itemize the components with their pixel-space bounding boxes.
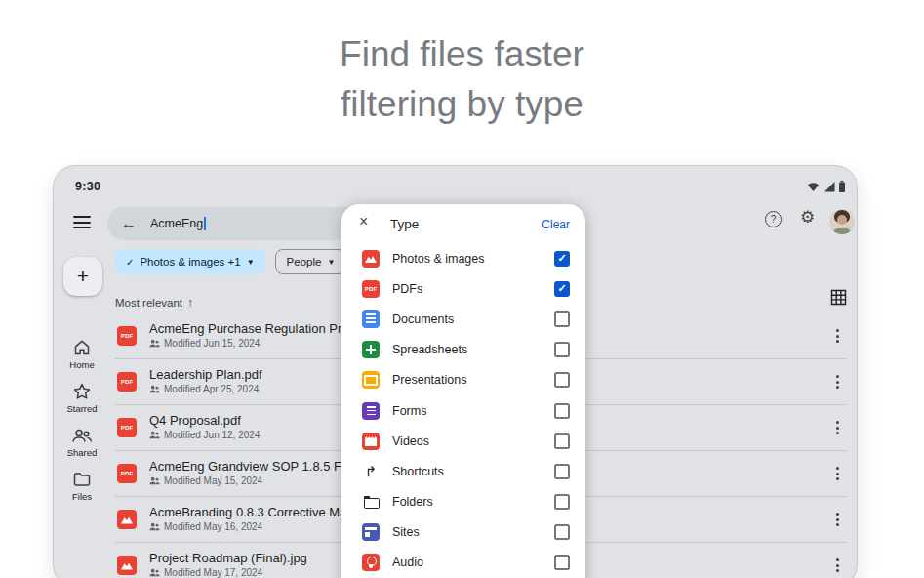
sidebar-item-files[interactable]: Files [60,470,103,514]
filter-panel-header: × Type Clear [341,204,585,245]
filter-option-row[interactable]: Presentations [341,365,585,395]
filter-option-label: Photos & images [392,252,485,266]
chip-label: Photos & images +1 [140,256,240,268]
filter-option-row[interactable]: Audio [341,548,585,578]
clear-button[interactable]: Clear [542,218,570,231]
file-type-icon [117,326,137,346]
sidebar-item-label: Shared [67,447,98,458]
filter-option-row[interactable]: Photos & images [341,243,585,273]
avatar[interactable] [829,209,855,234]
file-meta-text: Modified Apr 25, 2024 [164,384,259,394]
sort-button[interactable]: Most relevant ↑ [115,296,193,310]
grid-view-button[interactable] [830,289,847,310]
more-options-button[interactable] [830,327,844,345]
shared-people-icon [149,339,160,348]
filter-option-label: Audio [392,556,423,569]
back-arrow-icon[interactable]: ← [121,215,137,232]
filter-option-row[interactable]: Documents [341,304,585,334]
file-type-icon [117,418,137,437]
help-icon[interactable]: ? [765,211,782,227]
more-options-button[interactable] [830,373,844,391]
filter-checkbox[interactable] [554,372,570,388]
file-name: Project Roadmap (Final).jpg [149,551,307,565]
filter-option-row[interactable]: Spreadsheets [341,335,585,365]
filter-type-icon [362,250,380,268]
filter-option-label: Spreadsheets [392,343,467,356]
sidebar-item-shared[interactable]: Shared [60,426,103,470]
filter-type-icon [362,280,380,298]
file-meta-text: Modified May 17, 2024 [164,567,262,578]
file-meta-text: Modified May 16, 2024 [164,521,262,532]
filter-option-label: PDFs [392,282,422,296]
filter-option-row[interactable]: Sites [341,517,585,548]
battery-icon [839,181,845,192]
chip-people[interactable]: People ▼ [275,249,347,274]
filter-option-label: Forms [392,404,426,418]
filter-type-icon [362,493,380,511]
file-type-icon [117,510,137,529]
marketing-headline: Find files faster filtering by type [0,29,924,129]
sidebar-item-starred[interactable]: Starred [60,382,103,426]
wifi-icon [807,182,820,192]
filter-checkbox[interactable] [554,311,570,327]
filter-checkbox[interactable] [554,251,570,267]
sidebar-item-home[interactable]: Home [60,338,103,382]
shared-people-icon [149,431,160,439]
home-icon [72,338,92,357]
folder-icon [72,470,92,489]
more-options-button[interactable] [830,557,844,574]
sort-label: Most relevant [115,297,182,309]
more-options-button[interactable] [830,465,844,482]
filter-option-row[interactable]: PDFs [341,273,585,304]
file-type-icon [117,372,137,392]
file-meta-text: Modified Jun 15, 2024 [164,338,260,349]
filter-option-label: Presentations [392,373,466,387]
new-file-button[interactable]: + [63,257,102,296]
headline-line-1: Find files faster [0,29,924,79]
menu-icon[interactable] [73,216,91,228]
sort-arrow-icon: ↑ [187,296,193,310]
more-options-button[interactable] [830,511,844,528]
file-meta: Modified Apr 25, 2024 [149,384,259,394]
filter-option-list: Photos & images PDFs Documents Spreadshe… [341,243,585,578]
filter-type-icon [362,310,380,328]
filter-checkbox[interactable] [554,342,570,357]
signal-icon [824,182,835,192]
filter-option-label: Shortcuts [392,465,444,478]
gear-icon[interactable]: ⚙ [800,209,815,226]
shared-people-icon [149,568,160,577]
filter-type-icon [362,433,380,450]
filter-checkbox[interactable] [554,464,570,479]
filter-panel-title: Type [390,217,419,231]
filter-checkbox[interactable] [554,403,570,419]
file-type-icon [117,556,137,575]
text-cursor [204,217,206,230]
sidebar-item-label: Home [69,359,94,370]
chip-photos-images[interactable]: ✓ Photos & images +1 ▼ [115,249,265,274]
filter-option-label: Documents [392,312,454,326]
file-meta: Modified May 17, 2024 [149,567,262,578]
status-icons [807,181,845,192]
file-meta: Modified May 16, 2024 [149,521,262,532]
filter-option-row[interactable]: Videos [341,426,585,456]
more-options-button[interactable] [830,419,844,436]
filter-checkbox[interactable] [554,494,570,510]
type-filter-panel: × Type Clear Photos & images PDFs Docume… [341,204,585,578]
filter-option-label: Sites [392,525,420,539]
filter-option-row[interactable]: Shortcuts [341,456,585,486]
filter-checkbox[interactable] [554,555,570,570]
filter-checkbox[interactable] [554,281,570,297]
shared-people-icon [149,385,160,393]
filter-type-icon [362,402,380,420]
file-meta: Modified May 15, 2024 [149,475,262,486]
filter-option-row[interactable]: Folders [341,487,585,517]
filter-checkbox[interactable] [554,524,570,540]
filter-type-icon [362,341,380,358]
people-icon [71,426,93,445]
filter-checkbox[interactable] [554,434,570,449]
search-query-text: AcmeEng [150,217,203,230]
file-name: Leadership Plan.pdf [149,367,262,382]
filter-option-row[interactable]: Forms [341,395,585,426]
close-icon[interactable]: × [359,214,368,229]
file-name: Q4 Proposal.pdf [149,413,241,428]
